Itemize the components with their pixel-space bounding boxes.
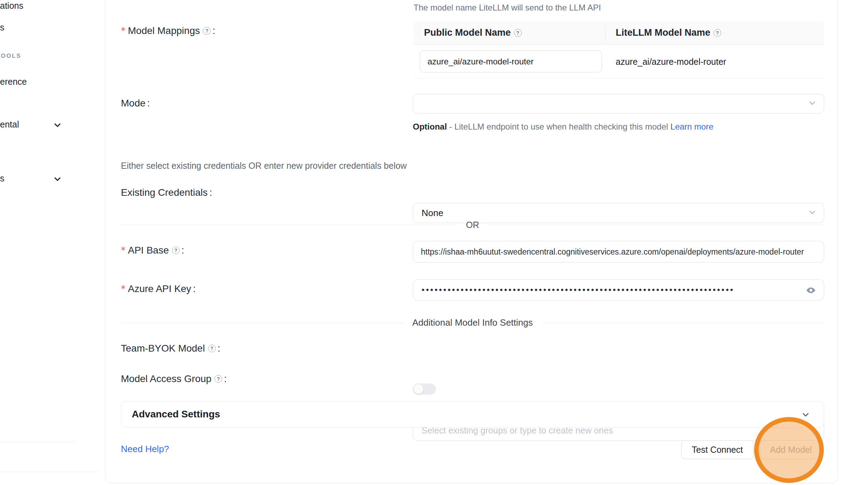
- additional-settings-divider: Additional Model Info Settings: [121, 316, 824, 329]
- model-access-group-label-text: Model Access Group: [121, 373, 211, 384]
- required-asterisk: *: [121, 245, 125, 256]
- learn-more-link[interactable]: Learn more: [670, 122, 713, 131]
- team-byok-label: Team-BYOK Model ? :: [121, 343, 220, 354]
- additional-settings-divider-text: Additional Model Info Settings: [403, 317, 543, 328]
- public-model-name-input[interactable]: azure_ai/azure-model-router: [420, 50, 602, 72]
- sidebar-item[interactable]: s: [0, 22, 5, 33]
- model-access-group-label: Model Access Group ? :: [121, 373, 227, 384]
- sidebar-section-label: TOOLS: [0, 53, 21, 60]
- header-text: LiteLLM Model Name: [616, 27, 710, 38]
- help-icon[interactable]: ?: [172, 247, 180, 254]
- sidebar: ations s TOOLS erence ental s: [0, 0, 105, 485]
- label-colon: :: [212, 25, 215, 36]
- divider-line: [543, 323, 825, 323]
- existing-credentials-label: Existing Credentials :: [121, 187, 212, 198]
- mode-select[interactable]: [413, 94, 824, 113]
- azure-api-key-input[interactable]: ••••••••••••••••••••••••••••••••••••••••…: [413, 279, 824, 300]
- api-base-label-text: API Base: [128, 245, 169, 256]
- help-icon[interactable]: ?: [214, 375, 222, 383]
- model-mappings-label: * Model Mappings ? :: [121, 25, 215, 36]
- help-icon[interactable]: ?: [713, 29, 721, 37]
- sidebar-item[interactable]: erence: [0, 77, 27, 87]
- test-connect-button[interactable]: Test Connect: [681, 440, 753, 459]
- api-base-label: * API Base ? :: [121, 245, 184, 256]
- azure-api-key-label: * Azure API Key :: [121, 283, 196, 295]
- required-asterisk: *: [121, 284, 125, 294]
- model-name-helper-text: The model name LiteLLM will send to the …: [414, 3, 601, 13]
- required-asterisk: *: [121, 26, 125, 36]
- optional-text: - LiteLLM endpoint to use when health ch…: [447, 122, 670, 131]
- label-colon: :: [147, 98, 150, 109]
- chevron-down-icon: [808, 99, 816, 108]
- chevron-down-icon: [801, 410, 810, 420]
- masked-key-value: ••••••••••••••••••••••••••••••••••••••••…: [413, 285, 792, 295]
- or-divider-text: OR: [456, 220, 489, 230]
- column-divider: [605, 25, 606, 41]
- divider-line: [489, 225, 824, 225]
- column-header-litellm-model-name: LiteLLM Model Name ?: [616, 27, 721, 38]
- sidebar-item[interactable]: ental: [0, 119, 19, 130]
- mode-label: Mode :: [121, 98, 150, 109]
- azure-api-key-label-text: Azure API Key: [128, 283, 191, 295]
- help-icon[interactable]: ?: [514, 29, 522, 37]
- divider-line: [121, 225, 456, 225]
- sidebar-divider: [0, 442, 76, 442]
- existing-credentials-label-text: Existing Credentials: [121, 187, 207, 198]
- label-colon: :: [193, 283, 196, 295]
- model-mappings-label-text: Model Mappings: [128, 25, 200, 36]
- optional-bold: Optional: [413, 122, 447, 131]
- team-byok-toggle[interactable]: [413, 383, 436, 395]
- advanced-settings-panel[interactable]: Advanced Settings: [121, 401, 824, 428]
- existing-credentials-value: None: [413, 208, 443, 219]
- sidebar-item[interactable]: ations: [0, 1, 23, 11]
- mode-label-text: Mode: [121, 98, 145, 109]
- or-divider: OR: [121, 220, 824, 230]
- toggle-knob: [414, 384, 423, 394]
- credentials-note: Either select existing credentials OR en…: [121, 161, 407, 171]
- help-icon[interactable]: ?: [208, 345, 216, 352]
- sidebar-item[interactable]: s: [0, 173, 5, 183]
- column-header-public-model-name: Public Model Name ?: [414, 27, 605, 38]
- chevron-down-icon[interactable]: [54, 175, 61, 183]
- litellm-model-name-value: azure_ai/azure-model-router: [616, 45, 726, 78]
- need-help-link[interactable]: Need Help?: [121, 444, 169, 455]
- add-model-button[interactable]: Add Model: [760, 440, 822, 459]
- eye-icon[interactable]: [806, 285, 816, 297]
- table-header-row: Public Model Name ? LiteLLM Model Name ?: [414, 21, 824, 45]
- divider-line: [121, 323, 403, 323]
- label-colon: :: [182, 245, 184, 256]
- chevron-down-icon: [808, 208, 816, 217]
- header-text: Public Model Name: [424, 27, 511, 38]
- team-byok-label-text: Team-BYOK Model: [121, 343, 205, 354]
- help-icon[interactable]: ?: [203, 27, 211, 35]
- model-mappings-table: Public Model Name ? LiteLLM Model Name ?…: [414, 21, 824, 78]
- api-base-input[interactable]: https://ishaa-mh6uutut-swedencentral.cog…: [413, 241, 824, 263]
- chevron-down-icon[interactable]: [54, 121, 61, 129]
- api-base-value: https://ishaa-mh6uutut-swedencentral.cog…: [413, 247, 804, 257]
- label-colon: :: [218, 343, 220, 354]
- label-colon: :: [209, 187, 212, 198]
- table-row: azure_ai/azure-model-router azure_ai/azu…: [414, 45, 824, 78]
- advanced-settings-title: Advanced Settings: [121, 409, 220, 420]
- label-colon: :: [224, 373, 227, 384]
- mode-helper-text: Optional - LiteLLM endpoint to use when …: [413, 120, 827, 134]
- sidebar-divider: [0, 472, 99, 472]
